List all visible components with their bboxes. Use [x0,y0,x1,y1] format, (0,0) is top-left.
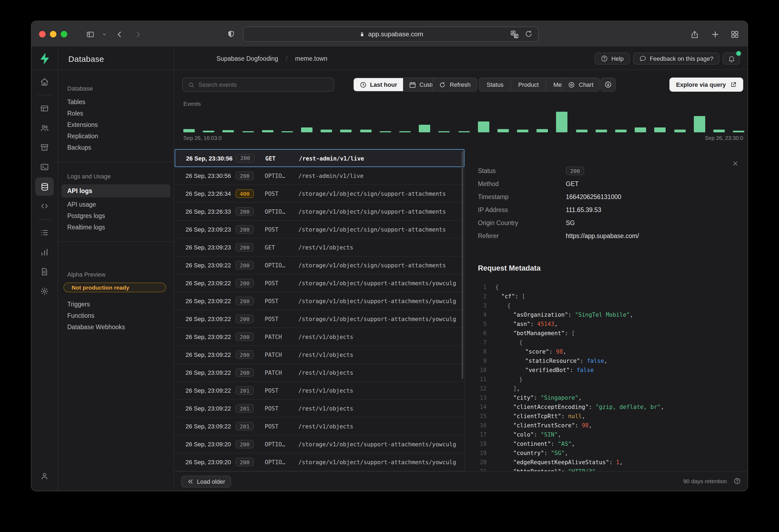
rail-item-api[interactable] [35,197,54,215]
nav-item-api-logs[interactable]: API logs [61,184,170,197]
log-path: /rest/v1/objects [298,351,457,358]
rail-item-sql-editor[interactable] [35,158,54,176]
rail-item-account[interactable] [35,467,54,485]
sidebar-toggle-icon[interactable] [83,28,97,41]
nav-item-roles[interactable]: Roles [58,108,174,119]
code-line: 18"continent": "AS", [465,439,747,449]
code-content: "city": "Singapore", [513,393,582,402]
table-row[interactable]: 26 Sep, 23:09:22200POST/storage/v1/objec… [175,310,464,328]
nav-item-triggers[interactable]: Triggers [58,299,174,310]
table-row[interactable]: 26 Sep, 23:26:33200OPTIO…/storage/v1/obj… [175,203,464,221]
table-row[interactable]: 26 Sep, 23:09:22201POST/rest/v1/objects [175,382,464,400]
search-input[interactable] [198,81,329,88]
code-content: "colo": "SIN", [513,430,561,439]
chart-bar [301,128,312,132]
code-content: } [519,375,523,384]
table-row[interactable]: 26 Sep, 23:09:22201POST/rest/v1/objects [175,400,464,417]
tab-overview-button[interactable] [728,28,741,41]
table-row[interactable]: 26 Sep, 23:09:22200POST/storage/v1/objec… [175,292,464,310]
nav-item-postgres-logs[interactable]: Postgres logs [58,210,174,222]
filter-product[interactable]: Product [511,77,546,92]
nav-item-database-webhooks[interactable]: Database Webhooks [58,322,174,333]
rail-item-database[interactable] [35,177,54,196]
help-button[interactable]: Help [595,53,630,65]
line-number: 14 [477,402,487,412]
address-bar[interactable]: app.supabase.com [243,26,539,42]
nav-item-api-usage[interactable]: API usage [58,199,174,210]
line-number: 1 [477,282,487,292]
zoom-window-button[interactable] [61,31,67,38]
close-window-button[interactable] [39,31,46,38]
notifications-button[interactable] [723,53,740,65]
table-row[interactable]: 26 Sep, 23:09:22200PATCH/rest/v1/objects [175,364,464,382]
log-table: 26 Sep, 23:30:56200GET/rest-admin/v1/liv… [175,149,464,471]
back-button[interactable] [113,28,126,41]
chart-toggle-label: Chart [579,81,594,88]
filter-status[interactable]: Status [480,77,511,92]
table-row[interactable]: 26 Sep, 23:09:22201POST/rest/v1/objects [175,417,464,436]
reload-icon[interactable] [525,29,533,39]
rail-item-logs[interactable] [35,223,54,242]
breadcrumb-project[interactable]: meme.town [295,55,327,62]
app-header: Database Supabase Dogfooding / meme.town… [32,47,747,70]
nav-item-replication[interactable]: Replication [58,131,174,142]
feedback-button[interactable]: Feedback on this page? [633,53,719,65]
nav-item-backups[interactable]: Backups [58,142,174,153]
chart-toggle-button[interactable]: Chart [561,77,600,92]
rail-item-reports[interactable] [35,243,54,261]
status-badge: 200 [235,315,254,323]
log-timestamp: 26 Sep, 23:26:34 [185,190,231,197]
line-number: 2 [477,292,487,301]
breadcrumb-org[interactable]: Supabase Dogfooding [217,55,278,62]
rail-item-home[interactable] [35,73,54,91]
rail-item-settings[interactable] [35,282,54,301]
status-badge: 200 [235,440,254,449]
supabase-logo[interactable] [32,47,58,70]
nav-item-tables[interactable]: Tables [58,96,174,108]
table-row[interactable]: 26 Sep, 23:09:20200OPTIO…/storage/v1/obj… [175,436,464,453]
translate-icon[interactable] [510,29,519,39]
table-row[interactable]: 26 Sep, 23:30:56200OPTIO…/rest-admin/v1/… [175,167,464,185]
log-detail-panel: Status200MethodGETTimestamp1664206256131… [464,149,747,472]
tab-group-chevron-icon[interactable] [98,28,111,41]
nav-item-realtime-logs[interactable]: Realtime logs [58,222,174,233]
table-row[interactable]: 26 Sep, 23:09:20200OPTIO…/storage/v1/obj… [175,453,464,471]
code-line: 17"colo": "SIN", [465,430,747,439]
scrollbar-thumb[interactable] [461,151,463,379]
share-button[interactable] [688,28,701,41]
new-tab-button[interactable] [709,28,721,41]
nav-item-extensions[interactable]: Extensions [58,119,174,131]
table-row[interactable]: 26 Sep, 23:09:23200POST/storage/v1/objec… [175,221,464,239]
minimize-window-button[interactable] [50,31,56,38]
line-number: 9 [477,356,487,365]
download-logs-button[interactable] [601,77,616,92]
last-hour-button[interactable]: Last hour [354,77,403,92]
rail-item-table-editor[interactable] [35,99,54,118]
refresh-button[interactable]: Refresh [432,77,477,92]
detail-fields: Status200MethodGETTimestamp1664206256131… [478,164,739,243]
forward-button[interactable] [131,28,144,41]
rail-item-auth[interactable] [35,119,54,137]
table-row[interactable]: 26 Sep, 23:09:22200PATCH/rest/v1/objects [175,328,464,346]
privacy-shield-button[interactable] [225,28,238,41]
chart-bar [733,131,744,132]
log-path: /rest/v1/objects [298,387,457,394]
rail-item-docs[interactable] [35,262,54,281]
rail-item-storage[interactable] [35,138,54,157]
table-row[interactable]: 26 Sep, 23:30:56200GET/rest-admin/v1/liv… [175,149,464,167]
terminal-icon [40,163,49,172]
table-row[interactable]: 26 Sep, 23:09:22200POST/storage/v1/objec… [175,274,464,292]
table-row[interactable]: 26 Sep, 23:09:22200OPTIO…/storage/v1/obj… [175,257,464,274]
table-row[interactable]: 26 Sep, 23:09:22200PATCH/rest/v1/objects [175,346,464,364]
explore-via-query-button[interactable]: Explore via query [670,77,743,92]
table-row[interactable]: 26 Sep, 23:09:23200GET/rest/v1/objects [175,239,464,257]
chevron-down-icon [102,32,107,37]
nav-item-functions[interactable]: Functions [58,310,174,322]
gear-icon [40,287,49,295]
clock-icon [360,81,367,88]
table-row[interactable]: 26 Sep, 23:26:34400POST/storage/v1/objec… [175,185,464,203]
retention-help-icon[interactable] [733,477,741,485]
code-content: { [507,301,511,310]
load-older-button[interactable]: Load older [181,476,231,487]
detail-field-value: https://app.supabase.com/ [566,232,639,239]
